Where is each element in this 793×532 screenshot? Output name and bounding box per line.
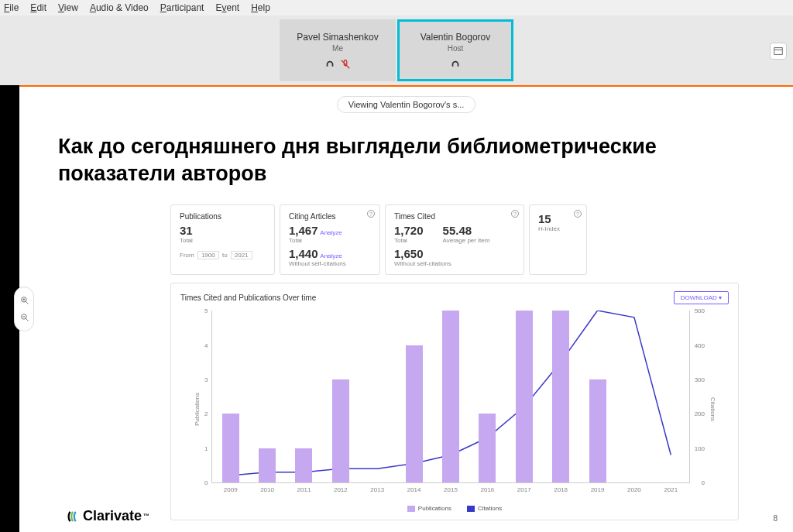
card-sub: H-Index <box>538 225 578 232</box>
card-sub: Total <box>289 237 371 244</box>
download-button[interactable]: DOWNLOAD ▾ <box>674 291 729 304</box>
card-row: 1,650Without self-citations <box>394 247 515 267</box>
menu-participant[interactable]: Participant <box>160 2 204 13</box>
card-range: From 1900 to 2021 <box>180 252 266 259</box>
bar <box>442 311 459 482</box>
card-publications: Publications 31 Total From 1900 to 2021 <box>170 204 275 275</box>
participant-name: Pavel Simashenkov <box>297 32 378 43</box>
card-row: 1,467 Analyze <box>289 224 371 237</box>
slide-content: Как до сегодняшнего дня выглядели библио… <box>19 87 793 528</box>
bar <box>552 311 569 482</box>
menu-event[interactable]: Event <box>215 2 239 13</box>
participant-tile-host[interactable]: Valentin Bogorov Host <box>397 19 513 81</box>
analyze-link[interactable]: Analyze <box>320 252 342 259</box>
slide-container: Viewing Valentin Bogorov's s... Как до с… <box>19 85 793 532</box>
participant-icons <box>324 59 351 70</box>
card-hindex: ? 15 H-Index <box>529 204 587 275</box>
chart-legend: Publications Citations <box>180 505 729 512</box>
chart-plot: 0123450100200300400500200920102011201220… <box>211 311 690 483</box>
zoom-out-button[interactable] <box>15 309 35 326</box>
legend-color-icon <box>467 506 475 512</box>
card-value: 31 <box>180 224 266 237</box>
bar <box>259 448 276 482</box>
card-value: 15 <box>538 212 578 225</box>
bar <box>295 448 312 482</box>
mic-muted-icon <box>340 59 351 70</box>
svg-rect-0 <box>774 48 783 55</box>
viewing-indicator[interactable]: Viewing Valentin Bogorov's s... <box>337 96 476 113</box>
card-sub: Total <box>180 237 266 244</box>
headset-icon <box>324 59 335 70</box>
trademark: ™ <box>143 513 149 520</box>
card-citing-articles: ? Citing Articles 1,467 Analyze Total 1,… <box>280 204 380 275</box>
svg-line-7 <box>26 318 28 321</box>
y-axis-left-label: Publications <box>194 393 201 426</box>
bar <box>332 379 349 482</box>
menu-file[interactable]: File <box>4 2 19 13</box>
participant-role: Host <box>448 44 464 53</box>
bar <box>516 311 533 482</box>
menu-edit[interactable]: Edit <box>30 2 46 13</box>
metrics-cards: Publications 31 Total From 1900 to 2021 … <box>170 204 739 275</box>
help-icon[interactable]: ? <box>367 210 375 218</box>
chart-card: Times Cited and Publications Over time D… <box>170 283 739 520</box>
participant-icons <box>450 59 461 70</box>
card-title: Citing Articles <box>289 212 371 221</box>
help-icon[interactable]: ? <box>511 210 519 218</box>
legend-citations: Citations <box>467 505 502 512</box>
card-row: 1,440 Analyze <box>289 247 371 260</box>
headset-icon <box>450 59 461 70</box>
chart-title: Times Cited and Publications Over time <box>180 293 316 302</box>
menubar: File Edit View Audio & Video Participant… <box>0 0 793 15</box>
card-title: Times Cited <box>394 212 515 221</box>
bar <box>589 379 606 482</box>
card-times-cited: ? Times Cited 1,720Total 55.48Average pe… <box>385 204 524 275</box>
menu-help[interactable]: Help <box>251 2 270 13</box>
bar <box>479 414 496 482</box>
layout-button[interactable] <box>770 43 787 60</box>
legend-color-icon <box>407 506 415 512</box>
participant-tile-me[interactable]: Pavel Simashenkov Me <box>280 19 396 81</box>
participant-role: Me <box>332 44 343 53</box>
zoom-in-button[interactable] <box>15 292 35 309</box>
clarivate-icon <box>66 510 80 523</box>
bar <box>222 414 239 482</box>
main-area: Viewing Valentin Bogorov's s... Как до с… <box>0 85 793 532</box>
participants-bar: Pavel Simashenkov Me Valentin Bogorov Ho… <box>0 15 793 85</box>
y-axis-right-label: Citations <box>709 397 716 421</box>
legend-publications: Publications <box>407 505 451 512</box>
page-number: 8 <box>773 514 778 523</box>
participant-name: Valentin Bogorov <box>421 32 491 43</box>
zoom-controls <box>14 287 34 331</box>
chart-area: Publications Citations 01234501002003004… <box>196 311 705 500</box>
card-title: Publications <box>180 212 266 221</box>
analyze-link[interactable]: Analyze <box>320 229 342 236</box>
year-to-select[interactable]: 2021 <box>231 251 252 259</box>
card-sub: Without self-citations <box>289 260 371 267</box>
brand-logo: Clarivate™ <box>66 508 149 524</box>
svg-line-3 <box>26 301 28 304</box>
card-row: 1,720Total 55.48Average per item <box>394 224 515 244</box>
help-icon[interactable]: ? <box>574 210 582 218</box>
bar <box>406 345 423 483</box>
menu-view[interactable]: View <box>58 2 78 13</box>
chart-header: Times Cited and Publications Over time D… <box>180 291 729 304</box>
slide-title: Как до сегодняшнего дня выглядели библио… <box>58 133 754 187</box>
year-from-select[interactable]: 1900 <box>197 251 219 259</box>
menu-audio-video[interactable]: Audio & Video <box>90 2 149 13</box>
